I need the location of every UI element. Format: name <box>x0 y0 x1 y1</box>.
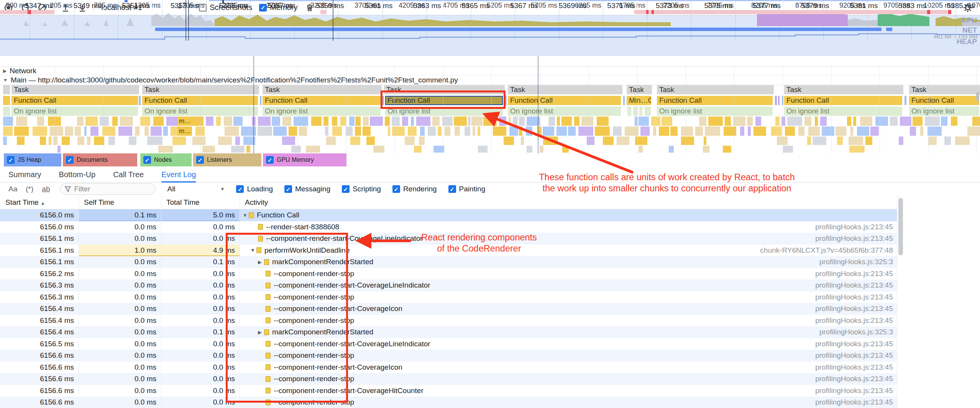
tab-event-log[interactable]: Event Log <box>161 166 196 183</box>
table-row[interactable]: 6156.0 ms0.1 ms5.0 ms▼Function Call <box>0 209 897 221</box>
flame-bar-on-ignore-list[interactable]: On ignore list <box>263 107 381 116</box>
tab-summary[interactable]: Summary <box>8 166 41 183</box>
collapse-down-icon[interactable]: ▼ <box>250 247 256 253</box>
flame-bar-function-call[interactable]: Min…GC <box>627 96 651 105</box>
table-row[interactable]: 6156.6 ms0.0 ms0.0 ms--component-render-… <box>0 373 897 385</box>
flame-bar-function-call[interactable] <box>3 96 10 105</box>
source-location-link[interactable]: profilingHooks.js:213:45 <box>815 281 897 290</box>
flame-bar-on-ignore-list[interactable]: On ignore list <box>508 107 621 116</box>
flame-bar-function-call[interactable]: Function Call <box>508 96 621 105</box>
table-row[interactable]: 6156.4 ms0.0 ms0.1 ms▶markComponentRende… <box>0 326 897 338</box>
table-row[interactable]: 6156.6 ms0.0 ms0.0 ms--component-render-… <box>0 350 897 362</box>
flame-bar-on-ignore-list[interactable]: On ignore list <box>784 107 902 116</box>
flame-bar-task[interactable]: Task <box>657 85 774 94</box>
column-header-self-time[interactable]: Self Time <box>79 198 161 207</box>
timeline-overview[interactable]: 500 ms205 ms705 ms1205 ms1705 ms2205 ms2… <box>0 15 980 56</box>
table-row[interactable]: 6156.6 ms0.0 ms0.0 ms--component-render-… <box>0 385 897 397</box>
source-location-link[interactable]: profilingHooks.js:213:45 <box>815 387 897 395</box>
table-row[interactable]: 6156.6 ms0.0 ms0.0 ms--component-render-… <box>0 362 897 373</box>
category-checkbox-messaging[interactable]: ✓Messaging <box>284 185 330 193</box>
source-location-link[interactable]: profilingHooks.js:325:3 <box>819 258 897 266</box>
source-location-link[interactable]: profilingHooks.js:325:3 <box>819 328 897 336</box>
flame-bar-task[interactable] <box>3 85 10 94</box>
table-row[interactable]: 6156.2 ms0.0 ms0.0 ms--component-render-… <box>0 268 897 280</box>
flame-bar-function-call[interactable]: Function Call <box>657 96 773 105</box>
legend-checkbox-documents[interactable]: ✓Documents <box>63 153 137 166</box>
category-checkbox-rendering[interactable]: ✓Rendering <box>392 185 437 193</box>
source-location-link[interactable]: profilingHooks.js:213:45 <box>815 375 897 383</box>
collapse-down-icon[interactable]: ▼ <box>243 212 249 218</box>
duration-filter-select[interactable]: All ▼ <box>167 185 225 193</box>
flame-bar-function-call[interactable]: Function Call <box>11 96 138 105</box>
flame-deep-block <box>587 137 594 145</box>
table-row[interactable]: 6156.1 ms0.0 ms0.1 ms▶markComponentRende… <box>0 256 897 268</box>
flame-deep-block <box>568 127 575 136</box>
source-location-link[interactable]: profilingHooks.js:213:45 <box>815 398 897 406</box>
category-checkbox-scripting[interactable]: ✓Scripting <box>342 185 381 193</box>
source-location-link[interactable]: profilingHooks.js:213:45 <box>815 316 897 325</box>
table-row[interactable]: 6156.3 ms0.0 ms0.0 ms--component-render-… <box>0 280 897 291</box>
flame-bar-task[interactable]: Task <box>263 85 382 94</box>
category-checkbox-painting[interactable]: ✓Painting <box>448 185 486 193</box>
flame-deep-block <box>493 127 506 136</box>
flame-bar-task[interactable]: Task <box>627 85 652 94</box>
source-location-link[interactable]: profilingHooks.js:213:45 <box>815 293 897 301</box>
legend-checkbox-gpu-memory[interactable]: ✓GPU Memory <box>263 153 346 166</box>
source-location-link[interactable]: profilingHooks.js:213:45 <box>815 270 897 278</box>
flame-bar-on-ignore-list[interactable]: On ignore list <box>657 107 773 116</box>
legend-checkbox-nodes[interactable]: ✓Nodes <box>140 153 192 166</box>
flame-bar-on-ignore-list[interactable]: On ignore list <box>385 107 503 116</box>
network-track-row[interactable]: ▶ Network <box>0 67 980 75</box>
table-row[interactable]: 6156.6 ms0.0 ms0.0 ms--component-render-… <box>0 396 897 408</box>
flame-scrollbar-thumb[interactable] <box>976 92 979 101</box>
flame-bar-function-call[interactable]: Function Call <box>784 96 902 105</box>
regex-button[interactable]: (*) <box>26 185 33 193</box>
flame-bar-function-call[interactable]: Function Call <box>909 96 979 105</box>
filter-input[interactable]: Filter <box>60 183 156 195</box>
flame-bar-function-call[interactable]: Function Call <box>263 96 381 105</box>
main-track-row[interactable]: ▼ Main — http://localhost:3000/github/co… <box>0 75 980 85</box>
legend-checkbox-listeners[interactable]: ✓Listeners <box>193 153 261 166</box>
flame-deep-block <box>151 127 162 136</box>
table-row[interactable]: 6156.4 ms0.0 ms0.0 ms--component-render-… <box>0 303 897 315</box>
source-location-link[interactable]: profilingHooks.js:213:45 <box>815 351 897 360</box>
source-location-link[interactable]: profilingHooks.js:213:45 <box>815 363 897 372</box>
expand-right-icon[interactable]: ▶ <box>258 329 264 335</box>
tab-call-tree[interactable]: Call Tree <box>113 166 144 183</box>
flame-deep-block <box>967 127 980 136</box>
flame-bar-on-ignore-list[interactable] <box>3 107 10 116</box>
flame-chart[interactable]: TaskTaskTaskTaskTaskTaskTaskTaskTaskFunc… <box>0 85 980 153</box>
source-location-link[interactable]: profilingHooks.js:213:45 <box>815 340 897 348</box>
source-location-link[interactable]: chunk-RY6NLCXT.js?v=45b65f6b:377:48 <box>760 246 897 255</box>
flame-deep-bar[interactable]: m… <box>177 117 192 126</box>
table-row[interactable]: 6156.0 ms0.0 ms0.0 ms--render-start-8388… <box>0 221 897 233</box>
column-header-activity[interactable]: Activity <box>240 198 897 207</box>
flame-bar-on-ignore-list[interactable]: On ignore list <box>11 107 138 116</box>
flame-bar-task[interactable]: Task <box>784 85 903 94</box>
flame-bar-task[interactable]: Task <box>508 85 622 94</box>
flame-bar-task[interactable]: Task <box>11 85 139 94</box>
source-location-link[interactable]: profilingHooks.js:213:45 <box>815 304 897 313</box>
flame-bar-task[interactable]: Task <box>384 85 505 94</box>
flame-bar-task[interactable]: Task <box>909 85 980 94</box>
activity-label: markComponentRenderStarted <box>272 258 373 266</box>
column-header-total-time[interactable]: Total Time <box>161 198 240 207</box>
category-filters: ✓Loading✓Messaging✓Scripting✓Rendering✓P… <box>225 185 485 193</box>
table-row[interactable]: 6156.4 ms0.0 ms0.0 ms--component-render-… <box>0 315 897 327</box>
source-location-link[interactable]: profilingHooks.js:213:45 <box>815 234 897 243</box>
legend-checkbox-js-heap[interactable]: ✓JS Heap <box>4 153 61 166</box>
table-scrollbar-thumb[interactable] <box>898 198 903 255</box>
source-location-link[interactable]: profilingHooks.js:213:45 <box>815 223 897 231</box>
match-whole-word-button[interactable]: ab <box>42 185 50 193</box>
flame-bar-function-call[interactable]: Function Call <box>385 96 503 105</box>
table-row[interactable]: 6156.3 ms0.0 ms0.0 ms--component-render-… <box>0 291 897 303</box>
flame-deep-block <box>235 137 240 145</box>
expand-right-icon[interactable]: ▶ <box>258 259 264 265</box>
flame-bar-on-ignore-list[interactable]: On ignore list <box>909 107 979 116</box>
tab-bottom-up[interactable]: Bottom-Up <box>59 166 96 183</box>
column-header-start-time[interactable]: Start Time ▲ <box>0 198 79 207</box>
table-row[interactable]: 6156.5 ms0.0 ms0.0 ms--component-render-… <box>0 338 897 350</box>
match-case-button[interactable]: Aa <box>8 185 17 193</box>
flame-deep-bar[interactable]: m… <box>177 127 192 136</box>
category-checkbox-loading[interactable]: ✓Loading <box>236 185 273 193</box>
